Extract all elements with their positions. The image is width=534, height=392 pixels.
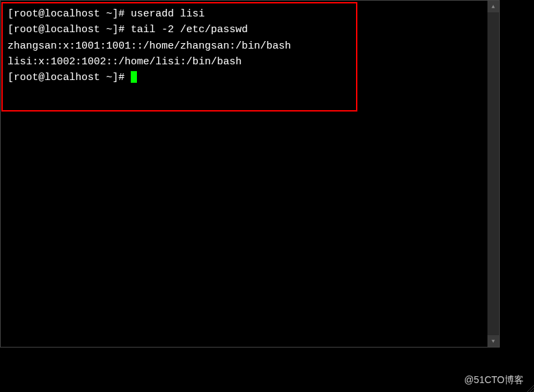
scrollbar-up-arrow-icon[interactable]: ▲: [487, 1, 499, 12]
terminal-line: [root@localhost ~]# useradd lisi: [8, 6, 481, 22]
scrollbar-track[interactable]: ▲ ▼: [487, 1, 499, 347]
prompt: [root@localhost ~]#: [8, 24, 131, 36]
prompt: [root@localhost ~]#: [8, 8, 131, 20]
terminal-line: [root@localhost ~]#: [8, 70, 481, 86]
terminal-window[interactable]: [root@localhost ~]# useradd lisi [root@l…: [0, 0, 500, 348]
terminal-line: [root@localhost ~]# tail -2 /etc/passwd: [8, 22, 481, 38]
terminal-content[interactable]: [root@localhost ~]# useradd lisi [root@l…: [1, 1, 487, 91]
command-text: tail -2 /etc/passwd: [131, 24, 248, 36]
resize-handle-icon[interactable]: [524, 382, 534, 392]
watermark-text: @51CTO博客: [464, 374, 524, 387]
command-text: useradd lisi: [131, 8, 205, 20]
scrollbar-down-arrow-icon[interactable]: ▼: [487, 335, 499, 347]
output-text: lisi:x:1002:1002::/home/lisi:/bin/bash: [8, 56, 242, 68]
terminal-line: lisi:x:1002:1002::/home/lisi:/bin/bash: [8, 54, 481, 70]
terminal-line: zhangsan:x:1001:1001::/home/zhangsan:/bi…: [8, 38, 481, 54]
prompt: [root@localhost ~]#: [8, 72, 131, 83]
terminal-cursor: [131, 71, 137, 83]
output-text: zhangsan:x:1001:1001::/home/zhangsan:/bi…: [8, 40, 291, 52]
